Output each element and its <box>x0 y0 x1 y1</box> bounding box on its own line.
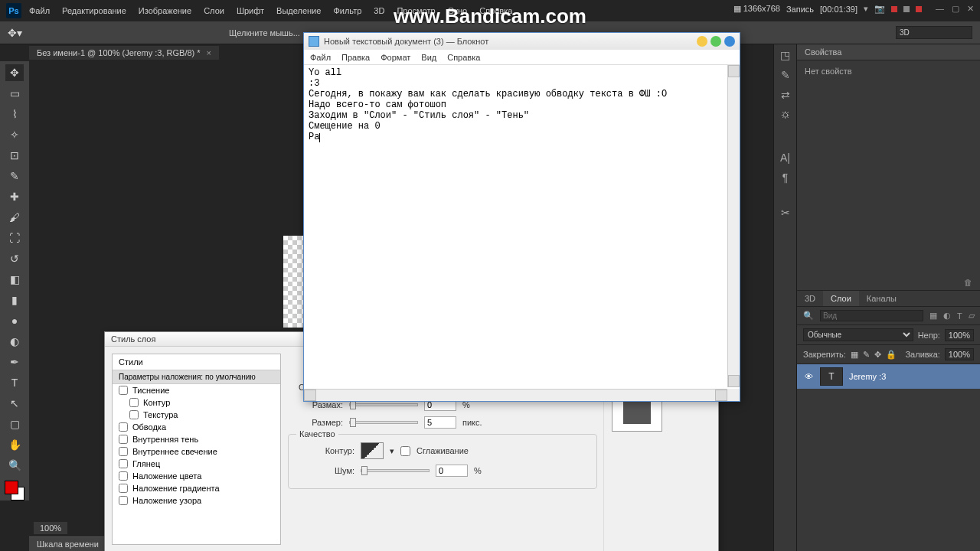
close-icon[interactable]: ✕ <box>967 4 974 14</box>
bevel-checkbox[interactable] <box>119 386 128 395</box>
patternoverlay-checkbox[interactable] <box>119 496 128 505</box>
properties-header[interactable]: Свойства <box>797 44 980 60</box>
tab-3d[interactable]: 3D <box>797 291 823 306</box>
zoom-level[interactable]: 100% <box>34 522 67 534</box>
menu-image[interactable]: Изображение <box>139 6 191 15</box>
filter-adj-icon[interactable]: ◐ <box>943 311 951 321</box>
wand-tool[interactable]: ✧ <box>5 126 24 143</box>
move-tool[interactable]: ✥ <box>5 64 24 81</box>
minimize-icon[interactable]: — <box>936 4 944 14</box>
document-tab[interactable]: Без имени-1 @ 100% (Jeremy :3, RGB/8) * … <box>29 46 219 60</box>
dodge-tool[interactable]: ◐ <box>5 333 24 350</box>
lock-trans-icon[interactable]: ▦ <box>851 350 858 360</box>
satin-checkbox[interactable] <box>119 459 128 468</box>
style-pattern-overlay[interactable]: Наложение узора <box>113 494 280 507</box>
layer-name[interactable]: Jeremy :3 <box>849 372 886 381</box>
brush-preset-icon[interactable]: ✎ <box>781 69 790 81</box>
menu-layers[interactable]: Слои <box>204 6 224 15</box>
menu-type[interactable]: Шрифт <box>237 6 264 15</box>
filter-type-icon[interactable]: T <box>957 311 962 321</box>
style-stroke[interactable]: Обводка <box>113 421 280 433</box>
path-tool[interactable]: ↖ <box>5 395 24 412</box>
settings-icon[interactable]: ⛭ <box>780 109 791 121</box>
lock-all-icon[interactable]: 🔒 <box>886 350 897 360</box>
notepad-hscrollbar[interactable] <box>304 389 727 401</box>
opacity-value[interactable]: 100% <box>945 329 974 341</box>
pen-tool[interactable]: ✒ <box>5 354 24 370</box>
menu-edit[interactable]: Редактирование <box>62 6 126 15</box>
brush-tool[interactable]: 🖌 <box>5 209 24 226</box>
np-menu-format[interactable]: Формат <box>381 53 410 62</box>
size-slider[interactable] <box>349 421 418 424</box>
timeline-panel-tab[interactable]: Шкала времени <box>29 536 106 551</box>
np-close-icon[interactable] <box>724 36 735 47</box>
marquee-tool[interactable]: ▭ <box>5 85 24 102</box>
layer-item[interactable]: 👁 T Jeremy :3 <box>797 364 980 389</box>
blend-options[interactable]: Параметры наложения: по умолчанию <box>113 370 280 384</box>
tab-channels[interactable]: Каналы <box>859 291 904 306</box>
notepad-titlebar[interactable]: Новый текстовый документ (3) — Блокнот <box>304 33 740 50</box>
styles-header[interactable]: Стили <box>113 354 280 370</box>
noise-slider[interactable] <box>361 469 430 472</box>
eraser-tool[interactable]: ◧ <box>5 271 24 288</box>
scroll-left-icon[interactable] <box>304 390 316 401</box>
camera-icon[interactable]: 📷 <box>874 4 885 14</box>
innerglow-checkbox[interactable] <box>119 447 128 456</box>
fill-value[interactable]: 100% <box>945 348 974 360</box>
np-minimize-icon[interactable] <box>697 36 707 47</box>
lasso-tool[interactable]: ⌇ <box>5 106 24 122</box>
eyedropper-tool[interactable]: ✎ <box>5 168 24 184</box>
contour-checkbox[interactable] <box>129 398 139 407</box>
menu-filter[interactable]: Фильтр <box>333 6 361 15</box>
move-tool-icon[interactable]: ✥▾ <box>8 27 22 39</box>
scroll-right-icon[interactable] <box>715 390 727 401</box>
tab-close-icon[interactable]: × <box>207 48 211 57</box>
crop-tool[interactable]: ⊡ <box>5 147 24 164</box>
notepad-textarea[interactable]: Yo all :3 Сегодня, в покажу вам как сдел… <box>304 65 740 386</box>
stroke-checkbox[interactable] <box>119 422 128 432</box>
layer-thumbnail[interactable]: T <box>820 367 843 386</box>
gradientoverlay-checkbox[interactable] <box>119 484 128 493</box>
menu-file[interactable]: Файл <box>29 6 50 15</box>
contour-swatch[interactable] <box>361 442 384 459</box>
style-satin[interactable]: Глянец <box>113 458 280 470</box>
type-tool[interactable]: T <box>5 374 24 391</box>
stop-indicator-icon[interactable] <box>903 6 910 12</box>
rec-dropdown-icon[interactable]: ▾ <box>864 4 868 14</box>
search-icon[interactable]: 🔍 <box>803 311 814 321</box>
style-inner-glow[interactable]: Внутреннее свечение <box>113 445 280 458</box>
style-inner-shadow[interactable]: Внутренняя тень <box>113 433 280 445</box>
record-dot-icon[interactable] <box>916 6 922 12</box>
scroll-down-icon[interactable] <box>728 375 740 387</box>
workspace-3d-input[interactable] <box>896 26 972 39</box>
history-icon[interactable]: ◳ <box>780 49 790 61</box>
blend-mode-select[interactable]: Обычные <box>803 328 913 341</box>
texture-checkbox[interactable] <box>129 410 139 419</box>
np-menu-view[interactable]: Вид <box>421 53 436 62</box>
style-gradient-overlay[interactable]: Наложение градиента <box>113 482 280 494</box>
blur-tool[interactable]: ● <box>5 312 24 329</box>
contour-dropdown-icon[interactable]: ▾ <box>390 446 394 456</box>
foreground-color[interactable] <box>5 481 18 494</box>
spread-slider[interactable] <box>349 403 418 406</box>
filter-shape-icon[interactable]: ▱ <box>969 311 975 321</box>
np-menu-help[interactable]: Справка <box>447 53 480 62</box>
size-input[interactable] <box>424 416 456 429</box>
char-icon[interactable]: A| <box>780 152 790 164</box>
maximize-icon[interactable]: ▢ <box>952 4 959 14</box>
style-contour[interactable]: Контур <box>113 396 280 409</box>
color-swatches[interactable] <box>5 481 24 500</box>
scissors-icon[interactable]: ✂ <box>781 207 790 219</box>
style-color-overlay[interactable]: Наложение цвета <box>113 470 280 482</box>
layer-filter-input[interactable] <box>820 310 923 321</box>
noise-input[interactable] <box>436 465 468 477</box>
heal-tool[interactable]: ✚ <box>5 188 24 205</box>
menu-select[interactable]: Выделение <box>276 6 321 15</box>
hand-tool[interactable]: ✋ <box>5 436 24 453</box>
paragraph-icon[interactable]: ¶ <box>782 171 789 184</box>
scroll-up-icon[interactable] <box>728 65 740 77</box>
stamp-tool[interactable]: ⛶ <box>5 230 24 246</box>
style-texture[interactable]: Текстура <box>113 409 280 421</box>
np-maximize-icon[interactable] <box>710 36 721 47</box>
np-menu-edit[interactable]: Правка <box>341 53 370 62</box>
